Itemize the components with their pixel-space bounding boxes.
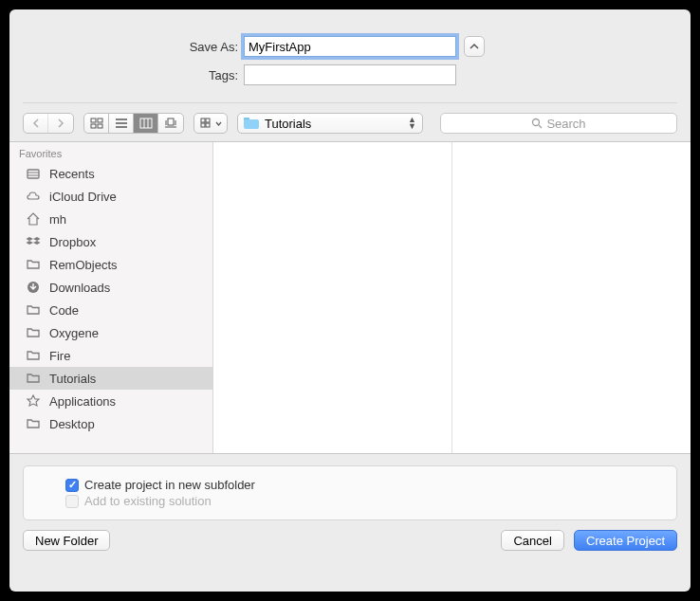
folder-icon <box>25 415 42 432</box>
save-as-input[interactable] <box>244 36 456 57</box>
collapse-dialog-button[interactable] <box>464 36 485 57</box>
chevron-right-icon <box>57 118 64 128</box>
sidebar-item-code[interactable]: Code <box>9 299 212 321</box>
view-coverflow-button[interactable] <box>158 114 183 133</box>
search-icon <box>531 118 543 129</box>
sidebar-item-oxygene[interactable]: Oxygene <box>9 321 212 344</box>
search-input[interactable]: Search <box>440 113 677 134</box>
sidebar-items: RecentsiCloud DrivemhDropboxRemObjectsDo… <box>9 162 212 435</box>
folder-icon <box>25 370 42 387</box>
column-1[interactable] <box>213 142 452 453</box>
divider <box>23 102 677 103</box>
view-list-button[interactable] <box>109 114 134 133</box>
svg-rect-10 <box>168 118 174 125</box>
folder-icon <box>25 347 42 364</box>
dropbox-icon <box>25 233 42 250</box>
column-2[interactable] <box>452 142 691 453</box>
create-project-button[interactable]: Create Project <box>574 530 677 551</box>
toolbar: Tutorials ▲▼ Search <box>9 107 691 141</box>
sidebar-item-icloud-drive[interactable]: iCloud Drive <box>9 185 212 208</box>
group-menu[interactable] <box>193 113 228 134</box>
sidebar-item-label: RemObjects <box>49 258 118 272</box>
forward-button[interactable] <box>48 114 73 133</box>
updown-icon: ▲▼ <box>408 117 416 130</box>
grid-icon <box>90 118 103 129</box>
view-columns-button[interactable] <box>134 114 158 133</box>
sidebar-item-label: Desktop <box>49 417 95 431</box>
add-to-solution-label: Add to existing solution <box>84 494 212 508</box>
nav-history <box>23 113 74 134</box>
sidebar-item-label: iCloud Drive <box>49 190 117 204</box>
chevron-down-icon <box>215 121 222 126</box>
sidebar-item-label: Tutorials <box>49 372 96 386</box>
search-placeholder: Search <box>546 117 585 131</box>
svg-rect-0 <box>91 118 96 122</box>
group-icon <box>200 118 213 129</box>
sidebar-item-label: Downloads <box>49 281 110 295</box>
svg-line-19 <box>539 125 542 128</box>
sidebar-item-label: mh <box>49 212 66 227</box>
sidebar-item-recents[interactable]: Recents <box>9 162 212 185</box>
location-popup[interactable]: Tutorials ▲▼ <box>237 113 423 134</box>
svg-rect-2 <box>91 124 96 128</box>
sidebar-item-downloads[interactable]: Downloads <box>9 276 212 299</box>
chevron-left-icon <box>32 118 40 128</box>
sidebar-item-fire[interactable]: Fire <box>9 344 212 367</box>
footer: New Folder Cancel Create Project <box>9 530 691 564</box>
top-form: Save As: Tags: <box>9 9 691 102</box>
cancel-button[interactable]: Cancel <box>501 530 563 551</box>
svg-rect-20 <box>28 170 39 178</box>
file-browser: Favorites RecentsiCloud DrivemhDropboxRe… <box>9 141 691 454</box>
sidebar-item-label: Recents <box>49 167 95 181</box>
location-label: Tutorials <box>265 117 408 131</box>
folder-icon <box>25 256 42 273</box>
svg-rect-1 <box>98 118 102 122</box>
home-icon <box>25 210 42 228</box>
back-button[interactable] <box>24 114 48 133</box>
svg-rect-15 <box>206 118 210 122</box>
sidebar-item-applications[interactable]: Applications <box>9 390 212 412</box>
apps-icon <box>25 392 42 410</box>
sidebar-item-label: Dropbox <box>49 235 96 249</box>
folder-icon <box>25 301 42 319</box>
svg-rect-3 <box>98 124 102 128</box>
folder-icon <box>25 324 42 341</box>
folder-icon <box>244 118 259 129</box>
sidebar-item-tutorials[interactable]: Tutorials <box>9 367 212 390</box>
list-icon <box>115 118 128 129</box>
tags-input[interactable] <box>244 64 456 85</box>
sidebar-item-remobjects[interactable]: RemObjects <box>9 253 212 276</box>
recents-icon <box>25 165 42 182</box>
icloud-icon <box>25 188 42 205</box>
options-panel: Create project in new subfolder Add to e… <box>23 465 677 520</box>
create-subfolder-label: Create project in new subfolder <box>84 478 255 492</box>
sidebar-item-desktop[interactable]: Desktop <box>9 412 212 435</box>
save-as-label: Save As: <box>26 40 244 54</box>
add-to-solution-checkbox <box>65 495 79 508</box>
columns-icon <box>139 118 153 129</box>
sidebar-item-label: Fire <box>49 349 70 363</box>
svg-rect-14 <box>201 118 205 122</box>
svg-point-18 <box>533 119 540 126</box>
sidebar: Favorites RecentsiCloud DrivemhDropboxRe… <box>9 142 213 453</box>
create-subfolder-checkbox[interactable] <box>65 479 79 492</box>
sidebar-item-label: Oxygene <box>49 326 99 340</box>
sidebar-header: Favorites <box>9 142 212 162</box>
downloads-icon <box>25 279 42 296</box>
svg-rect-16 <box>201 123 205 127</box>
create-subfolder-row[interactable]: Create project in new subfolder <box>65 478 635 492</box>
view-switcher <box>83 113 184 134</box>
svg-rect-17 <box>206 123 210 127</box>
sidebar-item-mh[interactable]: mh <box>9 208 212 230</box>
new-folder-button[interactable]: New Folder <box>23 530 110 551</box>
add-to-solution-row: Add to existing solution <box>65 494 635 508</box>
chevron-up-icon <box>470 43 479 50</box>
svg-rect-7 <box>140 118 152 128</box>
sidebar-item-dropbox[interactable]: Dropbox <box>9 230 212 253</box>
coverflow-icon <box>164 118 177 129</box>
sidebar-item-label: Code <box>49 303 79 318</box>
sidebar-item-label: Applications <box>49 394 116 409</box>
save-dialog: Save As: Tags: <box>9 9 691 592</box>
view-icons-button[interactable] <box>84 114 109 133</box>
tags-label: Tags: <box>26 68 244 82</box>
